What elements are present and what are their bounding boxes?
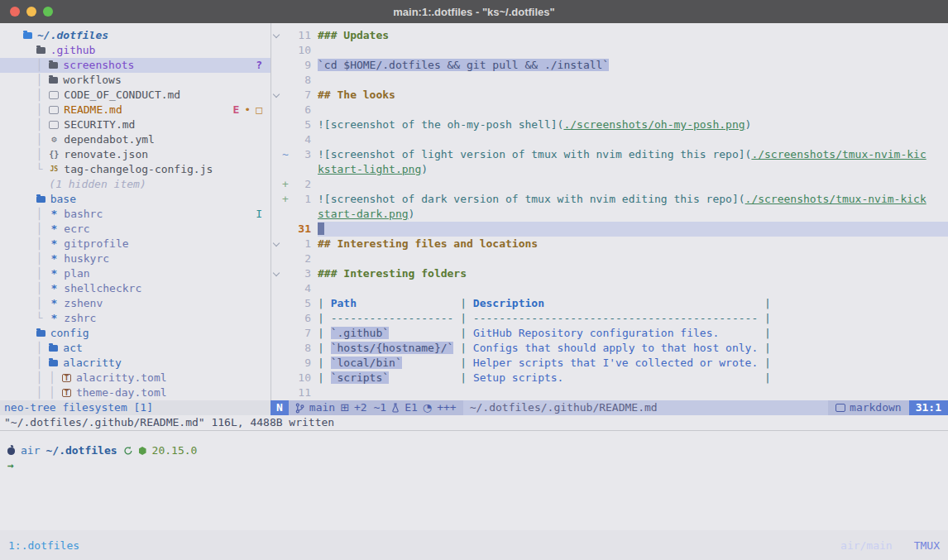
fold-column [271,103,281,117]
line-number: 31 [290,222,311,237]
editor-panel[interactable]: 11### Updates109`cd $HOME/.dotfiles && g… [271,23,948,400]
tree-item-shellcheckrc[interactable]: │ *shellcheckrc [0,281,271,296]
help-badge: ? [256,59,262,71]
editor-line[interactable]: 1## Interesting files and locations [271,237,948,251]
editor-line[interactable]: 7## The looks [271,88,948,103]
tree-item-alacritty[interactable]: │ alacritty [0,356,271,371]
editor-line[interactable]: ~3![screenshot of light version of tmux … [271,147,948,162]
tree-item-theme-day-toml[interactable]: │ │ Ttheme-day.toml [0,385,271,400]
editor-line[interactable]: 6 [271,103,948,117]
editor-line[interactable]: 8 [271,73,948,88]
tree-item-dotfiles[interactable]: ~/.dotfiles [0,28,271,43]
editor-line[interactable]: 11### Updates [271,28,948,43]
asterisk-icon: * [49,266,59,281]
minimize-button[interactable] [26,7,36,17]
tree-item-ecrc[interactable]: │ *ecrc [0,222,271,237]
tree-item-base[interactable]: base [0,192,271,207]
tree-item-1-hidden-item[interactable]: (1 hidden item) [0,177,271,192]
line-number: 7 [290,88,311,103]
line-number: 4 [290,281,311,296]
shell-input-line[interactable]: → [7,458,948,473]
editor-line[interactable]: 3### Interesting folders [271,266,948,281]
fold-column [271,192,281,207]
close-button[interactable] [10,7,20,17]
line-text [318,43,948,58]
tree-item-plan[interactable]: │ *plan [0,266,271,281]
tree-item-alacritty-toml[interactable]: │ │ Talacritty.toml [0,371,271,385]
cursor [318,223,324,235]
tree-item-act[interactable]: │ act [0,341,271,356]
editor-line[interactable]: 10 [271,43,948,58]
tree-item-bashrc[interactable]: │ *bashrcI [0,207,271,222]
tree-item-gitprofile[interactable]: │ *gitprofile [0,237,271,251]
line-number: 5 [290,117,311,132]
line-text [318,132,948,147]
editor-line[interactable]: 9`cd $HOME/.dotfiles && git pull && ./in… [271,58,948,73]
editor-line[interactable]: kstart-light.png) [271,162,948,177]
tree-item-huskyrc[interactable]: │ *huskyrc [0,251,271,266]
editor-line[interactable]: 7| `.github` | GitHub Repository configu… [271,326,948,341]
git-sign: + [281,192,290,207]
editor-line[interactable]: 2 [271,251,948,266]
tree-item-workflows[interactable]: │ workflows [0,73,271,88]
editor-line[interactable]: 5| Path | Description | [271,296,948,311]
tree-item-github[interactable]: .github [0,43,271,58]
neo-tree-panel[interactable]: ~/.dotfiles .github │ screenshots? │ wor… [0,23,271,400]
git-sign [281,371,290,385]
folder-icon [36,330,45,337]
line-text: kstart-light.png) [318,162,948,177]
editor-line[interactable]: 5![screenshot of the oh-my-posh shell](.… [271,117,948,132]
maximize-button[interactable] [43,7,53,17]
folder-icon [23,32,32,39]
tmux-window-label[interactable]: 1:.dotfiles [8,539,79,552]
shell-pane[interactable]: air ~/.dotfiles 20.15.0 → [0,430,948,530]
braces-icon: {} [49,147,59,162]
filetype-label: markdown [850,400,902,415]
line-text: ![screenshot of dark version of tmux wit… [318,192,948,207]
tree-item-config[interactable]: config [0,326,271,341]
tree-item-label: config [50,326,89,341]
editor-line[interactable]: 6| ------------------- | ---------------… [271,311,948,326]
tree-item-dependabot-yml[interactable]: │ ⚙dependabot.yml [0,132,271,147]
tree-item-code-of-conduct-md[interactable]: │ CODE_OF_CONDUCT.md [0,88,271,103]
tree-guide: └ [23,311,49,326]
tree-item-label: CODE_OF_CONDUCT.md [64,88,180,103]
tmux-right-segment: air/main TMUX [840,539,948,552]
tree-guide: │ [23,222,49,237]
terminal-window: main:1:.dotfiles - "ks~/.dotfiles" ~/.do… [0,0,948,560]
tree-item-security-md[interactable]: │ SECURITY.md [0,117,271,132]
line-number: 9 [290,356,311,371]
git-sign [281,58,290,73]
editor-line[interactable]: 4 [271,281,948,296]
editor-line[interactable]: +1![screenshot of dark version of tmux w… [271,192,948,207]
editor-line[interactable]: 8| `hosts/{hostname}/` | Configs that sh… [271,341,948,356]
clock-icon: ◔ [423,400,432,415]
tree-item-label: act [63,341,82,356]
editor-line[interactable]: 10| `scripts` | Setup scripts. | [271,371,948,385]
editor-line[interactable]: +2 [271,177,948,192]
tree-item-readme-md[interactable]: │ README.mdE•□ [0,103,271,117]
tree-item-tag-changelog-config-js[interactable]: └ JStag-changelog-config.js [0,162,271,177]
tree-item-label: ecrc [64,222,89,237]
tree-item-label: ~/.dotfiles [37,28,108,43]
editor-line[interactable]: 9| `local/bin` | Helper scripts that I'v… [271,356,948,371]
tree-guide: │ [23,147,49,162]
editor-line[interactable]: 31 [271,222,948,237]
tree-item-label: bashrc [64,207,103,222]
fold-column [271,371,281,385]
tree-item-zshenv[interactable]: │ *zshenv [0,296,271,311]
flask-icon [391,403,400,413]
tree-item-zshrc[interactable]: └ *zshrc [0,311,271,326]
tree-item-renovate-json[interactable]: │ {}renovate.json [0,147,271,162]
editor-line[interactable]: 4 [271,132,948,147]
tree-item-label: alacritty.toml [76,371,167,385]
tree-guide: │ [23,356,49,371]
editor-line[interactable]: 11 [271,385,948,400]
git-diff-counts: +2 ~1 [354,400,386,415]
tree-item-screenshots[interactable]: │ screenshots? [0,58,271,73]
folder-icon [49,62,58,69]
editor-line[interactable]: start-dark.png) [271,207,948,222]
asterisk-icon: * [49,311,59,326]
tree-item-label: SECURITY.md [64,117,135,132]
toml-icon: T [62,374,71,382]
